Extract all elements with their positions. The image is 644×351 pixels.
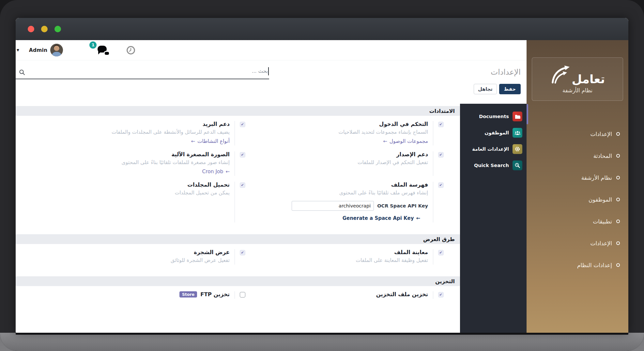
checkbox[interactable]: ✔ [240, 182, 245, 188]
zoom-button[interactable] [54, 26, 61, 32]
setting-title: فهرسة الملف [391, 182, 428, 188]
setting-description: إنشاء فهرس ملف تلقائيًا بناءً على المحتو… [253, 190, 428, 196]
sidebar-nav-item[interactable]: نظام الأرشفة [527, 167, 628, 189]
setting-title-row: دعم الإصدار [253, 151, 428, 158]
messages-icon[interactable]: 1 [94, 44, 109, 56]
circle-bullet-icon [616, 220, 620, 223]
app-window: ▼ Admin 1 [16, 18, 628, 333]
setting-link-label: أنواع النشاطات [197, 138, 230, 144]
setting-link[interactable]: ←مجموعات الوصول [383, 138, 428, 144]
avatar[interactable] [50, 44, 63, 56]
setting-title: دعم البريد [203, 121, 230, 127]
checkbox[interactable]: ✔ [240, 250, 245, 255]
store-badge: Store [179, 291, 197, 298]
setting-link[interactable]: Cron Job← [202, 169, 230, 175]
checkbox[interactable]: ✔ [240, 122, 245, 127]
setting-title: تخزين FTP [200, 291, 230, 298]
section-header: التخزين [16, 276, 460, 286]
sidebar: تعامل نظام الأرشفة الإعداداتالمحادثةنظام… [527, 40, 628, 333]
sidebar-nav-item-label: إعدادات النظام [577, 262, 612, 268]
checkbox[interactable]: ✔ [438, 152, 444, 158]
circle-bullet-icon [616, 198, 620, 201]
sidebar-nav-item[interactable]: إعدادات النظام [527, 254, 628, 276]
search-input[interactable] [27, 64, 268, 78]
search-bar [16, 60, 269, 79]
setting-title: تخزين ملف التخزين [376, 291, 428, 298]
checkbox[interactable]: ✔ [438, 292, 444, 298]
checkbox[interactable]: ✔ [240, 152, 245, 158]
setting-description: تفعيل عرض الشجرة للوثائق [55, 257, 230, 263]
circle-bullet-icon [616, 176, 620, 179]
sidebar-nav-item-label: نظام الأرشفة [581, 175, 612, 181]
setting-title: تحميل المجلدات [187, 182, 230, 188]
setting-link[interactable]: ←أنواع النشاطات [191, 138, 230, 144]
chat-bubble-small-icon [104, 51, 110, 56]
user-menu-label[interactable]: Admin [29, 47, 48, 53]
sidebar-nav-item[interactable]: المحادثة [527, 145, 628, 167]
checkbox-pane: ✔ [235, 121, 250, 145]
sidebar-nav-item-label: المحادثة [593, 153, 612, 159]
header-buttons: حفظ تجاهل [474, 84, 521, 94]
sidebar-nav-item[interactable]: الإعدادات [527, 123, 628, 145]
setting-text-pane: التحكم في الدخولالسماح بإنشاء مجموعات لت… [253, 121, 433, 145]
setting-title: الصورة المصغرة الآلية [171, 151, 230, 158]
text-cursor [268, 67, 269, 75]
circle-bullet-icon [616, 154, 620, 158]
setting-title: التحكم في الدخول [379, 121, 428, 127]
checkbox-pane: ✔ [433, 121, 448, 145]
setting-title: عرض الشجرة [194, 249, 230, 255]
content-row: الامتدادات✔التحكم في الدخولالسماح بإنشاء… [16, 104, 527, 333]
setting-text-pane: معاينة الملفتفعيل وظيفة المعاينة على الم… [253, 249, 433, 265]
app-strip-item-الموظفون[interactable]: الموظفون [460, 125, 527, 141]
ocr-api-key-input[interactable] [292, 201, 374, 211]
checkbox[interactable] [240, 292, 245, 298]
settings-section: الامتدادات✔التحكم في الدخولالسماح بإنشاء… [16, 106, 460, 229]
save-button[interactable]: حفظ [499, 84, 521, 94]
user-menu-caret-icon[interactable]: ▼ [17, 48, 19, 52]
app-strip-item-quick-search[interactable]: Quick Search [460, 157, 527, 174]
setting-box: ✔تخزين ملف التخزين [253, 291, 448, 299]
checkbox-pane: ✔ [235, 151, 250, 176]
setting-link-label: مجموعات الوصول [390, 138, 428, 144]
sidebar-nav-item-label: الإعدادات [590, 131, 612, 137]
setting-title-row: تخزين ملف التخزين [253, 291, 428, 298]
arrow-left-icon: ← [225, 169, 230, 175]
setting-text-pane: تخزين ملف التخزين [253, 291, 433, 299]
search-icon [19, 69, 25, 77]
checkbox-pane: ✔ [433, 291, 448, 299]
sidebar-nav-item[interactable]: الموظفون [527, 189, 628, 210]
topbar: ▼ Admin 1 [16, 40, 527, 60]
sidebar-nav-item[interactable]: تطبيقات [527, 210, 628, 232]
circle-bullet-icon [616, 263, 620, 267]
setting-text-pane: فهرسة الملفإنشاء فهرس ملف تلقائيًا بناءً… [253, 182, 433, 222]
settings-grid: ✔تخزين ملف التخزينتخزين FTPStore [16, 286, 460, 305]
left-region: ▼ Admin 1 [16, 40, 527, 333]
checkbox-pane: ✔ [433, 249, 448, 265]
discard-button[interactable]: تجاهل [474, 84, 497, 94]
setting-title-row: فهرسة الملف [253, 182, 428, 188]
logo-arrows-icon [550, 65, 572, 85]
sidebar-nav: الإعداداتالمحادثةنظام الأرشفةالموظفونتطب… [527, 123, 628, 276]
close-button[interactable] [28, 26, 34, 32]
sidebar-scrollbar[interactable] [527, 104, 528, 124]
checkbox[interactable]: ✔ [438, 122, 444, 127]
setting-box: ✔دعم البريديضيف الدعم للرسائل والأنشطة ع… [55, 121, 250, 145]
checkbox-pane: ✔ [433, 151, 448, 176]
settings-section: طرق العرض✔معاينة الملفتفعيل وظيفة المعاي… [16, 234, 460, 271]
setting-title-row: دعم البريد [55, 121, 230, 127]
sidebar-nav-item[interactable]: الإعدادات [527, 232, 628, 254]
logo-title: تعامل [572, 73, 605, 85]
app-strip-item-documents[interactable]: Documents [460, 108, 527, 125]
checkbox-pane [235, 291, 250, 299]
circle-bullet-icon [616, 132, 620, 136]
section-header: الامتدادات [16, 106, 460, 116]
setting-link[interactable]: Generate a Space Api Key← [343, 215, 420, 221]
app-strip-item-الإعدادات-العامة[interactable]: الإعدادات العامة [460, 141, 527, 157]
activities-clock-icon[interactable] [126, 46, 135, 55]
minimize-button[interactable] [41, 26, 48, 32]
window-body: ▼ Admin 1 [16, 40, 628, 333]
traffic-lights [28, 26, 61, 32]
arrow-left-icon: ← [191, 138, 195, 144]
checkbox[interactable]: ✔ [438, 250, 444, 255]
checkbox[interactable]: ✔ [438, 182, 444, 188]
